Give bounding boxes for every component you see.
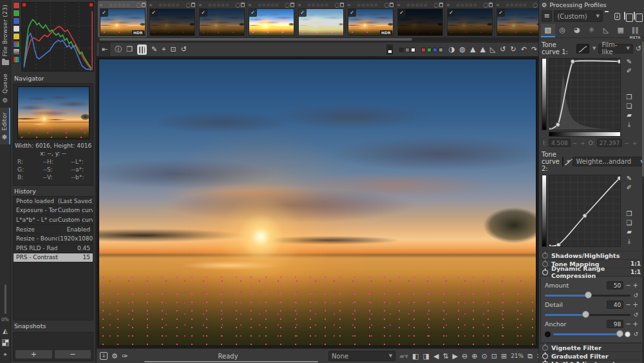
paste-profile-icon[interactable] [634, 12, 641, 21]
preview-luma-toggle[interactable] [439, 48, 443, 52]
trash-icon[interactable] [390, 3, 393, 7]
rotate-tool-icon[interactable]: ↺ [181, 43, 187, 56]
main-photo[interactable] [99, 59, 536, 346]
decrement-button[interactable]: − [625, 282, 630, 289]
copy-curve-icon[interactable]: ❐ [627, 210, 632, 217]
section-dynamic-range-compression[interactable]: Dynamic Range Compression 1:1 [539, 268, 644, 276]
filmstrip-thumb[interactable]: ∞☆☆☆☆☆◯ ✓ [197, 1, 246, 37]
paste-curve-icon[interactable]: ❏ [627, 219, 632, 226]
history-row[interactable]: Exposure - Tone c...Custom curve [14, 206, 93, 216]
histogram-bar-toggle[interactable] [13, 48, 20, 55]
history-row[interactable]: Photo loaded(Last Saved) [14, 197, 93, 206]
copy-profile-icon[interactable] [624, 12, 632, 21]
undo-icon[interactable]: ↶ [521, 43, 527, 56]
color-label-icon[interactable]: ◯ [136, 3, 141, 8]
history-row-selected[interactable]: PRS - Contrast thr...15 [14, 253, 93, 263]
save-image-icon[interactable]: ↓ [100, 352, 108, 360]
load-curve-icon[interactable]: ▰ [627, 112, 632, 119]
navigator-thumbnail[interactable] [17, 86, 90, 139]
shadow-clip-warning-icon[interactable]: ▲ [470, 43, 475, 56]
load-profile-folder-icon[interactable] [605, 12, 612, 21]
history-row[interactable]: PRS RLD - Radius0.45 [14, 244, 93, 253]
waveform-icon[interactable]: ◺ [490, 43, 495, 56]
histogram-red-toggle[interactable] [13, 2, 20, 9]
sharpen-mask-icon[interactable]: ◍ [459, 43, 466, 56]
profile-select[interactable]: (Custom)▼ [554, 10, 603, 22]
rotate-right-90-icon[interactable]: ↻ [511, 43, 516, 56]
tab-exposure[interactable]: ▧ [541, 24, 555, 37]
save-curve-icon[interactable]: ⤓ [628, 237, 630, 245]
straighten-tool-icon[interactable]: ✎ [151, 43, 157, 56]
tone-curve-1-mode-select[interactable]: Film-like▼ [598, 44, 632, 54]
external-editor-icon[interactable]: ✑ [122, 352, 128, 360]
anchor-value[interactable]: 98 [607, 320, 623, 328]
filmstrip-thumb[interactable]: ∞☆☆☆☆☆◯ ✓ [495, 1, 544, 37]
tab-queue[interactable]: Queue ⚙ [0, 69, 10, 108]
hide-left-panel-icon[interactable]: ⇤ [99, 43, 110, 57]
next-image-icon[interactable]: ▶ [453, 352, 458, 360]
increment-button[interactable]: + [633, 301, 638, 308]
tone-curve-2-editor[interactable]: ✎ ✐ ❐ ❏ ▰ ⤓ [539, 173, 644, 247]
histogram-colorbar-toggle[interactable] [13, 56, 20, 63]
paste-curve-icon[interactable]: ❏ [627, 103, 632, 110]
star-rating[interactable]: ☆☆☆☆☆ [104, 2, 135, 8]
curve-type-button[interactable] [562, 157, 564, 166]
histogram-blue-toggle[interactable] [13, 17, 20, 25]
filmstrip-thumb[interactable]: ∞☆☆☆☆☆◯ ✓ [247, 1, 296, 37]
send-to-editor-icon[interactable]: ◭ [3, 328, 8, 335]
decrement-button[interactable]: − [625, 320, 630, 328]
histogram-luma-toggle[interactable] [13, 25, 20, 32]
section-vignette-filter[interactable]: Vignette Filter [539, 343, 644, 351]
detail-value[interactable]: 40 [607, 300, 623, 309]
reset-icon[interactable]: ↺ [633, 331, 638, 337]
section-graduated-filter[interactable]: Graduated Filter [539, 351, 644, 360]
redo-icon[interactable]: ↷ [531, 43, 537, 56]
image-canvas[interactable] [97, 57, 555, 348]
trash-icon[interactable] [191, 3, 195, 7]
alpha-checker-icon[interactable] [2, 339, 9, 346]
pick-from-image-icon[interactable]: ✐ [627, 184, 632, 191]
history-row[interactable]: L*a*b* - L* curveCustom curve [14, 215, 93, 225]
trash-icon[interactable] [439, 3, 443, 7]
zoom-fit-icon[interactable]: ⊞ [501, 352, 507, 360]
before-view-icon[interactable]: ◧ [412, 352, 419, 360]
tab-metadata[interactable]: ‖‖META [628, 24, 642, 37]
power-icon[interactable] [542, 270, 548, 275]
section-lab-adjustments[interactable]: L*a*b* Adjustments [539, 360, 644, 363]
before-after-icon[interactable]: ❐ [126, 43, 133, 56]
amount-slider[interactable] [545, 295, 630, 297]
thumbnail-zoom-slider[interactable] [5, 284, 6, 314]
increment-button[interactable]: + [633, 320, 638, 328]
power-icon[interactable] [542, 345, 548, 351]
hand-tool-icon[interactable] [137, 44, 147, 55]
zoom-fit-crop-icon[interactable]: ⊡ [491, 352, 497, 360]
history-row[interactable]: Resize - Bounding...(1920x1080) [14, 234, 93, 244]
trash-icon[interactable] [489, 3, 493, 7]
reset-icon[interactable]: ↺ [633, 311, 638, 318]
tone-curve-2-mode-select[interactable]: Weighte...andard▼ [573, 157, 644, 166]
bg-gray-swatch[interactable] [405, 48, 410, 52]
bg-dark-swatch[interactable] [399, 48, 404, 52]
histogram-chroma-toggle[interactable] [13, 33, 20, 40]
link-icon[interactable]: ∞ [99, 3, 103, 8]
save-profile-icon[interactable]: ↓ [614, 12, 622, 21]
tab-transform[interactable]: ◺ [599, 24, 613, 37]
filmstrip-thumb[interactable]: ∞☆☆☆☆☆◯ ✓HDR [98, 1, 147, 37]
curve-type-button[interactable] [576, 44, 589, 54]
prev-image-icon[interactable]: ◀ [433, 352, 439, 360]
highlight-clip-warning-icon[interactable]: ▲ [480, 43, 485, 56]
tab-detail[interactable]: ◎ [556, 24, 570, 37]
detail-slider[interactable] [545, 314, 630, 316]
increment-button[interactable]: + [633, 282, 638, 289]
zoom-out-icon[interactable]: ⊖ [462, 352, 468, 360]
edit-point-icon[interactable]: ✎ [627, 175, 632, 182]
trash-icon[interactable] [340, 3, 344, 7]
remove-snapshot-button[interactable]: − [54, 349, 92, 359]
profile-list-icon[interactable]: ≡ [542, 10, 552, 22]
tone-curve-1-editor[interactable]: ✎ ✐ ❐ ❏ ▰ ⤓ [539, 57, 644, 130]
filmstrip-thumb[interactable]: ∞☆☆☆☆☆◯ ✓ [147, 1, 196, 37]
save-curve-icon[interactable]: ⤓ [628, 121, 630, 128]
preview-background-picker[interactable] [386, 44, 393, 55]
histogram-raw-toggle[interactable] [13, 41, 20, 48]
crop-tool-icon[interactable]: ⊡ [171, 43, 176, 56]
